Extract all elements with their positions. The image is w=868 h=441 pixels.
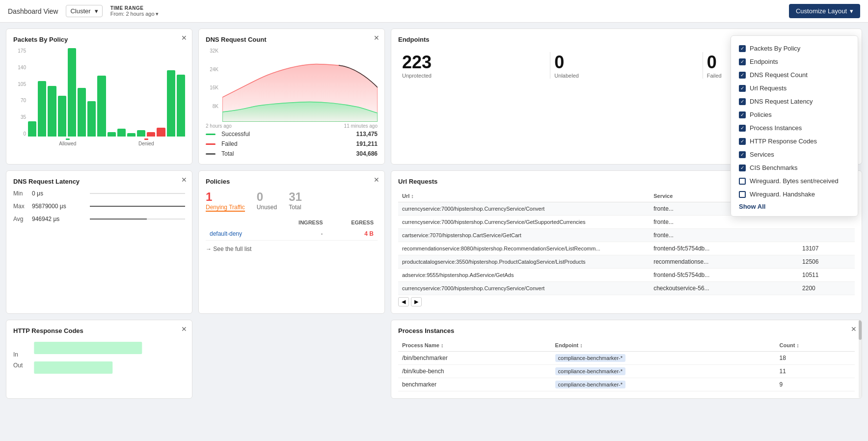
policies-card: Policies ✕ 1 Denying Traffic 0 Unused 31…	[198, 170, 385, 314]
scroll-right-button[interactable]: ▶	[411, 297, 422, 306]
denied-dot	[144, 138, 148, 140]
customize-dropdown: ✓ Packets By Policy ✓ Endpoints ✓ DNS Re…	[731, 35, 858, 217]
endpoint-unlabeled: 0 Unlabeled	[550, 48, 702, 83]
policy-row: default-deny - 4 B	[206, 227, 378, 241]
bar-item	[68, 48, 76, 137]
time-range: TIME RANGE From: 2 hours ago ▾	[110, 5, 159, 17]
process-instances-close[interactable]: ✕	[851, 325, 857, 333]
policies-table: INGRESS EGRESS default-deny - 4 B	[206, 218, 378, 241]
checkbox-process-instances[interactable]: ✓	[739, 125, 746, 132]
policies-tabs: 1 Denying Traffic 0 Unused 31 Total	[206, 190, 378, 212]
checkbox-policies[interactable]: ✓	[739, 111, 746, 118]
dns-latency-card: DNS Request Latency ✕ Min 0 μs Max 95879…	[6, 170, 192, 314]
policy-name[interactable]: default-deny	[206, 227, 273, 241]
tab-unused[interactable]: 0 Unused	[257, 190, 277, 212]
x-labels: Allowed Denied	[28, 138, 185, 146]
process-row: /bin/kube-bench compliance-benchmarker-*…	[398, 365, 855, 378]
successful-dot	[206, 134, 216, 135]
empty-col2-row3	[198, 320, 385, 399]
latency-rows: Min 0 μs Max 95879000 μs Avg 946942 μs	[13, 190, 185, 222]
policy-ingress: -	[273, 227, 326, 241]
dns-y-axis: 32K 24K 16K 8K	[206, 48, 219, 122]
bar-item	[97, 76, 106, 137]
policy-egress: 4 B	[327, 227, 378, 241]
bar-item	[78, 88, 86, 137]
policies-close[interactable]: ✕	[374, 176, 380, 184]
checkbox-dns-latency[interactable]: ✓	[739, 98, 746, 105]
checkbox-dns-count[interactable]: ✓	[739, 72, 746, 79]
latency-avg: Avg 946942 μs	[13, 216, 185, 222]
http-response-codes-close[interactable]: ✕	[181, 325, 187, 333]
bar-item	[58, 96, 66, 137]
process-row: benchmarker compliance-benchmarker-* 9	[398, 378, 855, 391]
url-row: currencyservice:7000/hipstershop.Currenc…	[398, 282, 855, 295]
bar-item	[87, 101, 96, 137]
process-row: /bin/benchmarker compliance-benchmarker-…	[398, 352, 855, 365]
customize-layout-button[interactable]: Customize Layout ▾	[789, 4, 860, 18]
bar-item	[117, 129, 126, 137]
bar-item	[137, 130, 145, 137]
checkbox-http-response[interactable]: ✓	[739, 138, 746, 145]
scrollbar-thumb[interactable]	[859, 320, 862, 340]
menu-item-dns-latency[interactable]: ✓ DNS Request Latency	[739, 95, 850, 108]
tab-total[interactable]: 31 Total	[289, 190, 302, 212]
latency-min: Min 0 μs	[13, 190, 185, 197]
total-dot	[206, 153, 216, 155]
menu-item-process-instances[interactable]: ✓ Process Instances	[739, 121, 850, 135]
checkbox-wireguard-bytes[interactable]	[739, 178, 746, 185]
page-title: Dashboard View	[8, 7, 58, 15]
show-all-link[interactable]: Show All	[739, 203, 850, 210]
menu-item-wireguard-handshake[interactable]: Wireguard. Handshake	[739, 188, 850, 201]
url-row: adservice:9555/hipstershop.AdService/Get…	[398, 269, 855, 282]
process-instances-card: Process Instances ✕ Process Name ↕ Endpo…	[391, 320, 862, 399]
menu-item-dns-request-count[interactable]: ✓ DNS Request Count	[739, 68, 850, 82]
legend-row-successful: Successful 113,475	[206, 131, 378, 138]
checkbox-services[interactable]: ✓	[739, 151, 746, 158]
menu-item-wireguard-bytes[interactable]: Wireguard. Bytes sent/received	[739, 174, 850, 188]
menu-item-endpoints[interactable]: ✓ Endpoints	[739, 55, 850, 68]
process-instances-title: Process Instances	[398, 327, 855, 334]
failed-dot	[206, 143, 216, 145]
menu-item-url-requests[interactable]: ✓ Url Requests	[739, 82, 850, 95]
chevron-down-icon-customize: ▾	[850, 7, 853, 15]
menu-item-http-response[interactable]: ✓ HTTP Response Codes	[739, 135, 850, 148]
dns-latency-close[interactable]: ✕	[181, 176, 187, 184]
process-instances-table: Process Name ↕ Endpoint ↕ Count ↕ /bin/b…	[398, 339, 855, 391]
bar-item	[28, 121, 36, 137]
dns-request-count-card: DNS Request Count ✕ 32K 24K 16K 8K	[198, 28, 385, 165]
bar-item	[48, 86, 56, 137]
checkbox-packets[interactable]: ✓	[739, 45, 746, 52]
latency-bar-avg	[90, 219, 147, 220]
menu-item-policies[interactable]: ✓ Policies	[739, 108, 850, 121]
url-row: productcatalogservice:3550/hipstershop.P…	[398, 255, 855, 269]
tab-denying-traffic[interactable]: 1 Denying Traffic	[206, 190, 245, 212]
bar-chart	[28, 48, 185, 137]
dns-latency-title: DNS Request Latency	[13, 178, 185, 185]
top-bar: Dashboard View Cluster ▾ TIME RANGE From…	[0, 0, 868, 23]
scroll-left-button[interactable]: ◀	[398, 297, 409, 306]
legend-row-failed: Failed 191,211	[206, 140, 378, 147]
menu-item-packets-by-policy[interactable]: ✓ Packets By Policy	[739, 42, 850, 55]
packets-by-policy-title: Packets By Policy	[13, 36, 185, 43]
http-chart-svg	[30, 339, 185, 379]
scrollbar-track[interactable]	[859, 320, 862, 398]
endpoint-unprotected: 223 Unprotected	[398, 48, 550, 83]
cluster-select[interactable]: Cluster ▾	[66, 5, 102, 17]
http-chart-area: In Out	[13, 339, 185, 380]
checkbox-wireguard-handshake[interactable]	[739, 191, 746, 198]
dns-area-chart	[222, 48, 378, 122]
menu-item-services[interactable]: ✓ Services	[739, 148, 850, 161]
url-row: recommendationservice:8080/hipstershop.R…	[398, 242, 855, 255]
svg-rect-0	[34, 342, 142, 354]
dns-time-labels: 2 hours ago 11 minutes ago	[206, 123, 378, 129]
http-response-codes-title: HTTP Response Codes	[13, 327, 185, 334]
checkbox-endpoints[interactable]: ✓	[739, 58, 746, 65]
chevron-down-icon-time[interactable]: ▾	[156, 11, 159, 17]
checkbox-url-requests[interactable]: ✓	[739, 85, 746, 92]
url-row: currencyservice:7000/hipstershop.Currenc…	[398, 216, 855, 229]
dns-request-count-close[interactable]: ✕	[374, 34, 380, 42]
menu-item-cis-benchmarks[interactable]: ✓ CIS Benchmarks	[739, 161, 850, 174]
see-full-list-link[interactable]: → See the full list	[206, 246, 378, 252]
packets-by-policy-close[interactable]: ✕	[181, 34, 187, 42]
checkbox-cis[interactable]: ✓	[739, 165, 746, 171]
